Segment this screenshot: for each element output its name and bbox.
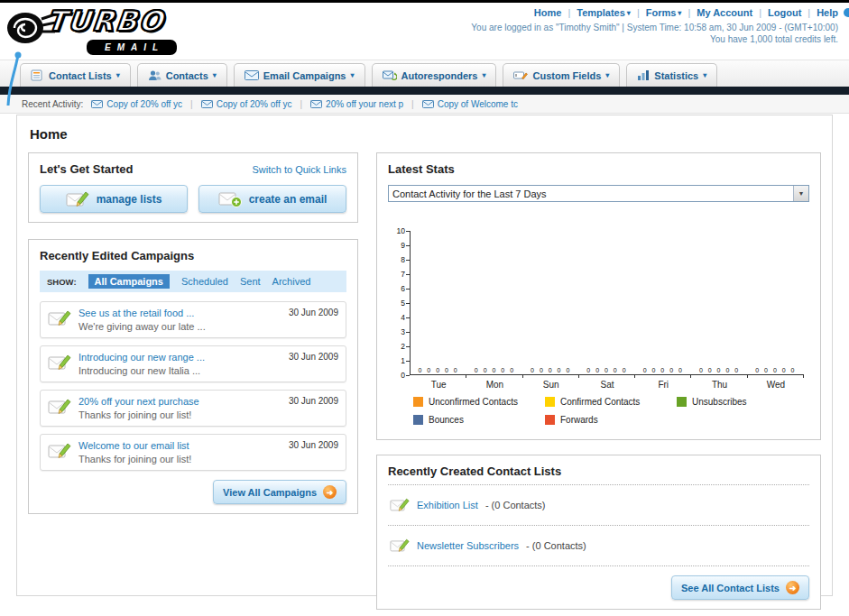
nav-divider-bar xyxy=(0,87,849,95)
campaign-title-link[interactable]: See us at the retail food ... xyxy=(78,308,281,318)
dotted-divider xyxy=(388,565,809,566)
chart-value-labels: 0 0 0 0 0 xyxy=(755,367,796,373)
campaign-title-link[interactable]: 20% off your next purchase xyxy=(78,396,281,407)
chevron-down-icon: ▾ xyxy=(678,9,681,17)
campaign-list-item: See us at the retail food ... We're givi… xyxy=(40,301,346,338)
button-label: See All Contact Lists xyxy=(681,583,780,593)
show-label: SHOW: xyxy=(47,277,77,287)
login-status: You are logged in as "Timothy Smith" | S… xyxy=(471,23,838,32)
activity-link[interactable]: Copy of 20% off yc xyxy=(106,99,182,109)
legend-swatch xyxy=(545,415,555,425)
campaign-list-item: Introducing our new range ... Introducin… xyxy=(40,345,346,382)
right-column: Latest Stats Contact Activity for the La… xyxy=(376,152,821,610)
switch-to-quick-links[interactable]: Switch to Quick Links xyxy=(252,164,346,175)
get-started-panel: Let's Get Started Switch to Quick Links … xyxy=(28,152,358,223)
top-link-forms[interactable]: Forms▾ xyxy=(646,7,682,18)
top-link-home[interactable]: Home xyxy=(534,7,562,18)
top-link-templates[interactable]: Templates▾ xyxy=(577,7,631,18)
chart-value-labels: 0 0 0 0 0 xyxy=(531,367,571,373)
campaign-date: 30 Jun 2009 xyxy=(289,352,338,362)
chevron-down-icon: ▾ xyxy=(605,71,609,79)
email-icon xyxy=(201,100,213,108)
selected-period: Contact Activity for the Last 7 Days xyxy=(392,188,547,199)
x-axis-tick-label: Sun xyxy=(543,380,559,390)
nav-statistics[interactable]: Statistics ▾ xyxy=(626,63,717,87)
activity-link[interactable]: Copy of Welcome tc xyxy=(438,99,518,109)
email-icon xyxy=(91,100,103,108)
campaign-subtitle: We're giving away our late ... xyxy=(78,321,281,332)
envelope-plus-icon xyxy=(218,190,242,208)
x-axis-tick-label: Tue xyxy=(431,380,447,390)
campaign-title-link[interactable]: Introducing our new range ... xyxy=(78,352,281,363)
contact-lists-icon xyxy=(31,69,44,82)
contact-count: - (0 Contacts) xyxy=(485,500,546,510)
campaign-subtitle: Thanks for joining our list! xyxy=(78,454,281,464)
stats-chart: 109876543210 0 0 0 0 0Tue0 0 0 0 0Mon0 0… xyxy=(393,231,804,375)
nav-autoresponders[interactable]: Autoresponders ▾ xyxy=(372,63,497,87)
arrow-right-icon: ➜ xyxy=(786,581,799,594)
arrow-glyph: ▼ xyxy=(798,190,805,197)
campaign-date: 30 Jun 2009 xyxy=(289,396,338,406)
contact-list-link[interactable]: Exhibition List xyxy=(417,500,478,510)
logo-subtitle: EMAIL xyxy=(85,38,179,57)
dropdown-arrow-icon: ▼ xyxy=(793,186,808,201)
legend-item: Unsubscribes xyxy=(677,397,808,407)
chevron-down-icon: ▾ xyxy=(627,9,631,17)
separator xyxy=(807,7,810,18)
chart-y-axis: 109876543210 xyxy=(393,231,410,375)
tab-archived[interactable]: Archived xyxy=(272,276,311,287)
y-axis-tick-label: 10 xyxy=(397,226,405,235)
campaign-list: See us at the retail food ... We're givi… xyxy=(40,301,346,471)
edit-list-icon xyxy=(390,497,410,513)
stats-period-select[interactable]: Contact Activity for the Last 7 Days ▼ xyxy=(388,185,809,202)
tab-scheduled[interactable]: Scheduled xyxy=(181,276,228,287)
chart-day-column: 0 0 0 0 0Sun xyxy=(523,231,579,374)
see-all-contact-lists-button[interactable]: See All Contact Lists ➜ xyxy=(671,575,809,600)
separator xyxy=(300,99,302,109)
activity-item: Copy of 20% off yc xyxy=(201,99,292,109)
view-all-campaigns-button[interactable]: View All Campaigns ➜ xyxy=(213,480,346,504)
email-icon xyxy=(422,100,434,108)
autoresponders-icon xyxy=(383,69,397,82)
dotted-divider xyxy=(388,484,809,485)
activity-link[interactable]: Copy of 20% off yc xyxy=(217,99,292,109)
x-axis-tick-label: Fri xyxy=(658,380,669,390)
contact-list-link[interactable]: Newsletter Subscribers xyxy=(417,540,519,551)
contact-list-item: Exhibition List - (0 Contacts) xyxy=(388,492,809,519)
activity-link[interactable]: 20% off your next p xyxy=(326,99,403,109)
manage-lists-button[interactable]: manage lists xyxy=(40,185,188,213)
latest-stats-panel: Latest Stats Contact Activity for the La… xyxy=(376,152,821,440)
edit-campaign-icon xyxy=(48,398,71,416)
nav-custom-fields[interactable]: Custom Fields ▾ xyxy=(503,63,620,87)
nav-contacts[interactable]: Contacts ▾ xyxy=(137,63,227,87)
legend-label: Unconfirmed Contacts xyxy=(429,397,518,407)
y-axis-tick-label: 0 xyxy=(401,371,405,380)
top-link-my-account[interactable]: My Account xyxy=(697,7,752,18)
email-icon xyxy=(310,100,322,108)
campaign-date: 30 Jun 2009 xyxy=(289,440,338,450)
email-campaigns-icon xyxy=(245,69,259,81)
y-axis-tick-label: 2 xyxy=(401,342,405,351)
custom-fields-icon xyxy=(513,69,528,81)
top-link-logout[interactable]: Logout xyxy=(768,7,801,18)
chart-value-labels: 0 0 0 0 0 xyxy=(643,367,684,373)
chart-plot: 0 0 0 0 0Tue0 0 0 0 0Mon0 0 0 0 0Sun0 0 … xyxy=(410,231,804,375)
tab-all-campaigns[interactable]: All Campaigns xyxy=(88,274,170,289)
main-nav: Contact Lists ▾ Contacts ▾ Email Campaig… xyxy=(0,60,849,87)
campaign-title-link[interactable]: Welcome to our email list xyxy=(78,440,281,451)
campaign-subtitle: Introducing our new Italia ... xyxy=(78,365,281,376)
nav-contact-lists[interactable]: Contact Lists ▾ xyxy=(20,63,131,87)
separator xyxy=(637,7,640,18)
recent-campaigns-title: Recently Edited Campaigns xyxy=(40,249,346,262)
nav-email-campaigns[interactable]: Email Campaigns ▾ xyxy=(234,63,365,87)
create-email-button[interactable]: create an email xyxy=(198,185,346,213)
chart-day-column: 0 0 0 0 0Tue xyxy=(411,231,466,374)
left-column: Let's Get Started Switch to Quick Links … xyxy=(28,152,358,514)
top-link-help[interactable]: Help xyxy=(817,7,838,18)
campaign-list-item: 20% off your next purchase Thanks for jo… xyxy=(40,390,346,427)
page-title: Home xyxy=(30,126,821,142)
y-axis-tick-label: 6 xyxy=(401,284,405,293)
tab-sent[interactable]: Sent xyxy=(240,276,261,287)
x-axis-tick-label: Thu xyxy=(712,380,727,390)
separator xyxy=(688,7,690,18)
